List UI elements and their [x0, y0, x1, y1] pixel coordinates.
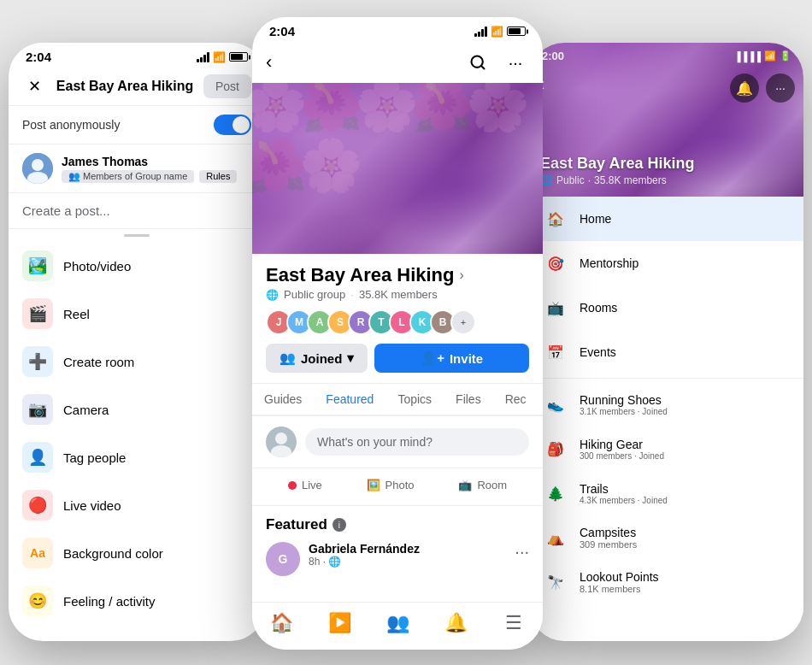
dropdown-arrow-icon: ▾	[347, 350, 354, 366]
action-tag-people[interactable]: 👤 Tag people	[9, 433, 265, 481]
left-status-bar: 2:04 📶	[9, 43, 265, 68]
campsites-meta: 309 members	[580, 539, 637, 550]
user-info-row: James Thomas 👥 Members of Group name Rul…	[9, 144, 265, 193]
tab-guides[interactable]: Guides	[252, 384, 314, 415]
right-group-name: East Bay Area Hiking	[540, 155, 694, 173]
sidebar-item-events[interactable]: 📅 Events	[530, 330, 803, 374]
sidebar-item-running-shoes[interactable]: 👟 Running Shoes 3.1K members · Joined	[530, 382, 803, 427]
bottom-navigation: 🏠 ▶️ 👥 🔔 ☰	[252, 602, 543, 650]
bottom-nav-bell[interactable]: 🔔	[427, 603, 485, 643]
right-group-visibility: Public	[556, 174, 585, 186]
featured-post-meta: 8h · 🌐	[309, 556, 506, 568]
home-nav-icon: 🏠	[270, 612, 293, 634]
group-action-buttons: 👥 Joined ▾ 👤+ Invite	[266, 344, 529, 373]
hero-overlay-actions: 🔔 ···	[730, 74, 795, 103]
live-button[interactable]: Live	[279, 474, 331, 497]
bottom-nav-home[interactable]: 🏠	[252, 603, 310, 643]
right-hero-image: 2:00 ▐▐▐▐ 📶 🔋 🔔 ··· ‹ East Bay Area Hiki…	[530, 43, 803, 197]
photo-button[interactable]: 🖼️ Photo	[358, 474, 423, 497]
action-background-color[interactable]: Aa Background color	[9, 529, 265, 577]
search-button-mid[interactable]	[464, 49, 491, 76]
invite-button[interactable]: 👤+ Invite	[374, 344, 529, 373]
wifi-icon: 📶	[213, 51, 226, 63]
live-dot-icon	[288, 481, 297, 490]
events-label: Events	[580, 345, 616, 359]
tab-rec[interactable]: Rec	[493, 384, 538, 415]
featured-section: Featured i G Gabriela Fernández 8h · 🌐 ·…	[252, 506, 543, 586]
action-camera[interactable]: 📷 Camera	[9, 385, 265, 433]
joined-button[interactable]: 👥 Joined ▾	[266, 344, 368, 373]
hiking-gear-meta: 300 members · Joined	[580, 451, 664, 461]
photo-video-icon: 🏞️	[22, 250, 53, 281]
featured-title: Featured	[266, 516, 327, 533]
tab-featured[interactable]: Featured	[314, 384, 385, 416]
more-options-featured[interactable]: ···	[515, 542, 529, 562]
sidebar-item-trails[interactable]: 🌲 Trails 4.3K members · Joined	[530, 471, 803, 515]
camping-stories-icon: 📖	[542, 613, 569, 615]
group-member-tag[interactable]: 👥 Members of Group name	[62, 170, 194, 183]
sidebar-item-campsites[interactable]: ⛺ Campsites 309 members	[530, 515, 803, 560]
user-details: James Thomas 👥 Members of Group name Rul…	[62, 155, 251, 183]
signal-icon-right: ▐▐▐▐	[734, 51, 761, 62]
tab-files[interactable]: Files	[444, 384, 493, 415]
more-members-button[interactable]: +	[450, 309, 476, 335]
photo-icon: 🖼️	[367, 479, 380, 491]
svg-point-6	[275, 433, 287, 444]
sidebar-item-lookout-points[interactable]: 🔭 Lookout Points 8.1K members	[530, 560, 803, 604]
post-input[interactable]: What's on your mind?	[305, 428, 529, 456]
action-feeling-activity[interactable]: 😊 Feeling / activity	[9, 577, 265, 625]
campsites-label: Campsites	[580, 526, 637, 539]
sidebar-item-hiking-gear[interactable]: 🎒 Hiking Gear 300 members · Joined	[530, 427, 803, 471]
sidebar-item-rooms[interactable]: 📺 Rooms	[530, 285, 803, 330]
create-post-area[interactable]: Create a post...	[9, 193, 265, 229]
separator: ·	[350, 288, 354, 301]
mentorship-label: Mentorship	[580, 256, 638, 270]
camping-stories-content: Camping Stories 1.1K members	[580, 615, 668, 615]
room-button[interactable]: 📺 Room	[450, 474, 515, 497]
group-joined-icon: 👥	[279, 350, 296, 366]
left-header: ✕ East Bay Area Hiking Post	[9, 68, 265, 106]
sidebar-item-home[interactable]: 🏠 Home	[530, 197, 803, 241]
action-photo-video[interactable]: 🏞️ Photo/video	[9, 242, 265, 290]
battery-icon	[229, 52, 248, 62]
background-color-label: Background color	[63, 546, 163, 561]
sidebar-navigation: 🏠 Home 🎯 Mentorship 📺 Rooms 📅 Events	[530, 197, 803, 615]
action-reel[interactable]: 🎬 Reel	[9, 290, 265, 338]
lookout-points-meta: 8.1K members	[580, 584, 659, 594]
info-icon[interactable]: i	[332, 518, 346, 532]
anon-toggle[interactable]	[214, 115, 251, 135]
video-nav-icon: ▶️	[328, 612, 351, 634]
notification-button[interactable]: 🔔	[730, 74, 759, 103]
lookout-points-icon: 🔭	[542, 568, 569, 596]
signal-icon-mid	[474, 26, 487, 37]
tab-topics[interactable]: Topics	[385, 384, 444, 415]
sidebar-item-mentorship[interactable]: 🎯 Mentorship	[530, 241, 803, 285]
joined-label: Joined	[301, 351, 342, 366]
feeling-activity-icon: 😊	[22, 586, 53, 616]
back-button-mid[interactable]: ‹	[266, 51, 272, 74]
featured-author-avatar: G	[266, 542, 300, 576]
more-options-mid[interactable]: ···	[502, 49, 529, 76]
bell-nav-icon: 🔔	[444, 612, 468, 634]
bottom-nav-groups[interactable]: 👥	[368, 603, 427, 643]
hiking-gear-label: Hiking Gear	[580, 438, 664, 451]
more-options-right[interactable]: ···	[766, 74, 795, 103]
rules-dropdown[interactable]: Rules	[199, 170, 237, 183]
action-live-video[interactable]: 🔴 Live video	[9, 481, 265, 529]
room-icon: 📺	[458, 479, 472, 491]
trails-label: Trails	[580, 482, 668, 496]
group-type: Public group	[284, 288, 345, 301]
member-count: 35.8K members	[359, 288, 438, 301]
close-button[interactable]: ✕	[22, 74, 46, 98]
svg-line-4	[481, 66, 485, 69]
tag-people-icon: 👤	[22, 442, 53, 473]
right-phone: 2:00 ▐▐▐▐ 📶 🔋 🔔 ··· ‹ East Bay Area Hiki…	[530, 43, 803, 641]
bottom-nav-menu[interactable]: ☰	[485, 603, 543, 643]
rooms-label: Rooms	[580, 301, 617, 315]
bottom-nav-video[interactable]: ▶️	[310, 603, 368, 643]
left-header-title: East Bay Area Hiking	[46, 79, 203, 94]
sidebar-item-camping-stories[interactable]: 📖 Camping Stories 1.1K members	[530, 604, 803, 615]
action-create-room[interactable]: ➕ Create room	[9, 338, 265, 385]
post-button[interactable]: Post	[203, 74, 251, 98]
middle-phone: 2:04 📶 ‹ ···	[252, 17, 543, 650]
